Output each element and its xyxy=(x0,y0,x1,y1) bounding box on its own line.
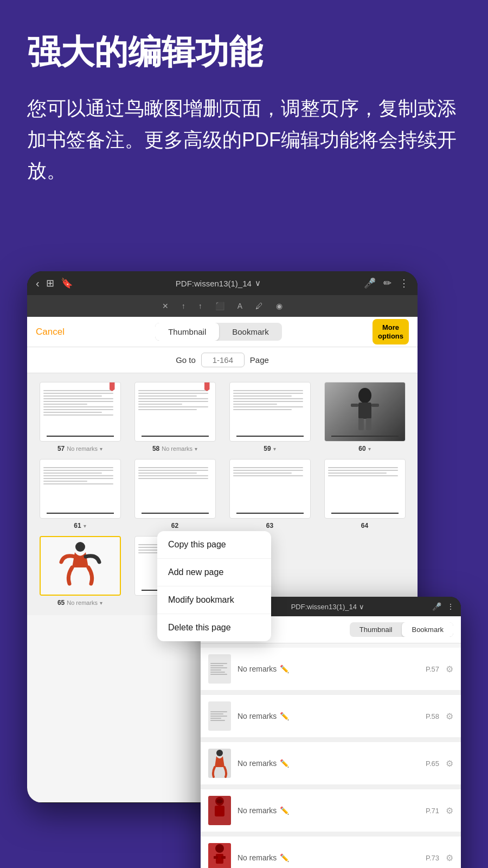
toolbar-btn-2[interactable]: ↑ xyxy=(177,299,190,312)
list-item[interactable]: 59 ▾ xyxy=(226,382,314,452)
bm-info-73: No remarks ✏️ xyxy=(237,853,419,862)
edit-icon[interactable]: ✏ xyxy=(383,277,391,289)
bm-info-58: No remarks ✏️ xyxy=(237,712,419,720)
add-page-menu-item[interactable]: Add new page xyxy=(157,559,271,586)
second-status-right: 🎤 ⋮ xyxy=(432,602,454,611)
list-item[interactable]: 63 xyxy=(226,459,314,529)
bookmark-tab[interactable]: Bookmark xyxy=(219,323,282,341)
status-bar-left: ‹ ⊞ 🔖 xyxy=(36,277,73,290)
toolbar-btn-7[interactable]: ◉ xyxy=(272,299,287,312)
gear-icon[interactable]: ⚙ xyxy=(446,664,453,674)
svg-point-9 xyxy=(216,799,223,803)
svg-rect-4 xyxy=(358,418,364,430)
bm-page-58: P.58 xyxy=(426,712,439,720)
thumb-label-59[interactable]: 59 ▾ xyxy=(264,445,275,452)
list-item[interactable]: 58 No remarks ▾ xyxy=(131,382,219,452)
delete-page-menu-item[interactable]: Delete this page xyxy=(157,614,271,641)
goto-bar: Go to Page xyxy=(27,347,418,373)
second-view: Cancel Thumbnail Bookmark xyxy=(201,616,461,868)
thumbnail-tab[interactable]: Thumbnail xyxy=(155,323,219,341)
svg-rect-5 xyxy=(366,418,371,430)
bm-art-figure-icon xyxy=(208,749,231,778)
thumb-label-58[interactable]: 58 No remarks ▾ xyxy=(152,445,197,452)
thumb-label-64[interactable]: 64 xyxy=(361,522,368,529)
svg-point-7 xyxy=(216,750,223,756)
bookmark-flag xyxy=(110,382,115,391)
list-item[interactable]: 62 xyxy=(131,459,219,529)
thumb-page-58[interactable] xyxy=(134,382,216,442)
cancel-button[interactable]: Cancel xyxy=(36,327,65,337)
edit-icon[interactable]: ✏️ xyxy=(280,665,289,673)
more-icon[interactable]: ⋮ xyxy=(399,277,409,289)
thumb-label-61[interactable]: 61 ▾ xyxy=(74,522,86,529)
gear-icon[interactable]: ⚙ xyxy=(446,758,453,769)
chevron-down-icon: ▾ xyxy=(84,523,86,529)
page-label: Page xyxy=(250,355,269,365)
thumb-label-60[interactable]: 60 ▾ xyxy=(358,445,370,452)
tablet-toolbar: ✕ ↑ ↑ ⬛ A 🖊 ◉ xyxy=(27,295,418,317)
art-figure-icon xyxy=(343,387,387,436)
gear-icon[interactable]: ⚙ xyxy=(446,806,453,816)
edit-icon[interactable]: ✏️ xyxy=(280,853,289,862)
toolbar-btn-1[interactable]: ✕ xyxy=(158,299,173,312)
goto-label: Go to xyxy=(176,355,196,365)
grid-icon[interactable]: ⊞ xyxy=(46,277,54,289)
context-menu: Copy this page Add new page Modify bookm… xyxy=(157,531,271,641)
list-item[interactable]: 65 No remarks ▾ xyxy=(36,536,124,607)
bm-thumb-71 xyxy=(208,796,231,825)
thumb-page-60[interactable] xyxy=(324,382,406,442)
bookmark-icon[interactable]: 🔖 xyxy=(61,277,73,289)
bm-art-red-icon xyxy=(208,796,231,825)
thumb-page-65[interactable] xyxy=(40,536,121,596)
more-options-button[interactable]: Moreoptions xyxy=(373,319,409,344)
second-mic-icon[interactable]: 🎤 xyxy=(432,602,441,611)
thumb-page-57[interactable] xyxy=(40,382,121,442)
edit-icon[interactable]: ✏️ xyxy=(280,712,289,720)
modify-bookmark-menu-item[interactable]: Modify bookmark xyxy=(157,586,271,614)
goto-input[interactable] xyxy=(201,353,245,367)
subtitle: 您可以通过鸟瞰图增删页面，调整页序，复制或添加书签备注。更多高级的PDF编辑功能… xyxy=(27,93,461,187)
thumb-label-57[interactable]: 57 No remarks ▾ xyxy=(57,445,102,452)
list-item[interactable]: No remarks ✏️ P.71 ⚙ xyxy=(201,789,461,832)
list-item[interactable]: No remarks ✏️ P.65 ⚙ xyxy=(201,742,461,785)
thumb-page-64[interactable] xyxy=(324,459,406,519)
toolbar-btn-6[interactable]: 🖊 xyxy=(251,299,267,312)
thumb-page-63[interactable] xyxy=(229,459,311,519)
thumb-label-63[interactable]: 63 xyxy=(266,522,273,529)
thumb-page-59[interactable] xyxy=(229,382,311,442)
edit-icon[interactable]: ✏️ xyxy=(280,806,289,815)
art-figure-65-icon xyxy=(56,540,105,592)
list-item[interactable]: 61 ▾ xyxy=(36,459,124,529)
second-more-icon[interactable]: ⋮ xyxy=(447,602,454,611)
bm-page-57: P.57 xyxy=(426,665,439,673)
list-item[interactable]: No remarks ✏️ P.57 ⚙ xyxy=(201,648,461,691)
list-item[interactable]: 57 No remarks ▾ xyxy=(36,382,124,452)
device-area: ‹ ⊞ 🔖 PDF:wissen13(1)_14 ∨ 🎤 ✏ ⋮ ✕ ↑ ↑ ⬛… xyxy=(16,271,472,868)
toolbar-btn-4[interactable]: ⬛ xyxy=(211,299,229,312)
thumb-label-65[interactable]: 65 No remarks ▾ xyxy=(57,599,102,607)
gear-icon[interactable]: ⚙ xyxy=(446,853,453,863)
bm-info-71: No remarks ✏️ xyxy=(237,806,419,815)
bookmark-flag xyxy=(204,382,210,391)
dropdown-icon[interactable]: ∨ xyxy=(255,278,261,288)
back-icon[interactable]: ‹ xyxy=(36,277,40,290)
list-item[interactable]: 64 xyxy=(320,459,409,529)
thumb-label-62[interactable]: 62 xyxy=(171,522,178,529)
mic-icon[interactable]: 🎤 xyxy=(364,277,376,289)
list-item[interactable]: No remarks ✏️ P.58 ⚙ xyxy=(201,695,461,738)
svg-rect-14 xyxy=(221,856,226,859)
copy-page-menu-item[interactable]: Copy this page xyxy=(157,531,271,559)
second-dropdown-icon[interactable]: ∨ xyxy=(359,603,364,611)
toolbar-btn-5[interactable]: A xyxy=(233,299,247,312)
second-bookmark-tab[interactable]: Bookmark xyxy=(402,622,453,637)
edit-icon[interactable]: ✏️ xyxy=(280,759,289,768)
gear-icon[interactable]: ⚙ xyxy=(446,711,453,722)
thumb-page-62[interactable] xyxy=(134,459,216,519)
thumb-page-61[interactable] xyxy=(40,459,121,519)
list-item[interactable]: 60 ▾ xyxy=(320,382,409,452)
toolbar-btn-3[interactable]: ↑ xyxy=(194,299,207,312)
bookmark-list: No remarks ✏️ P.57 ⚙ xyxy=(201,643,461,868)
list-item[interactable]: No remarks ✏️ P.73 ⚙ xyxy=(201,837,461,868)
main-title: 强大的编辑功能 xyxy=(27,33,461,71)
second-thumbnail-tab[interactable]: Thumbnail xyxy=(350,622,402,637)
